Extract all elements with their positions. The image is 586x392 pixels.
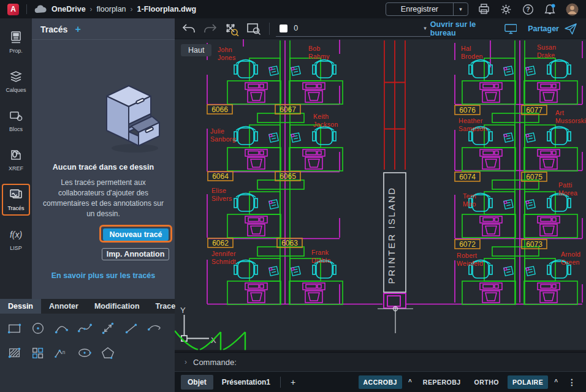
traces-icon xyxy=(9,189,23,203)
tab-modification[interactable]: Modification xyxy=(86,299,148,314)
toggle-reperobj[interactable]: REPEROBJ xyxy=(418,375,466,389)
measure-tool[interactable] xyxy=(101,321,115,336)
divider xyxy=(280,377,281,388)
open-on-desktop-link[interactable]: Ouvrir sur le bureau xyxy=(430,20,517,37)
add-trace-icon[interactable]: + xyxy=(75,24,80,35)
breadcrumb-separator: › xyxy=(90,5,93,13)
breadcrumb-folder[interactable]: floorplan xyxy=(97,5,126,13)
canvas-toolbar: 0 ▾ Ouvrir sur le bureau Partager xyxy=(175,18,586,39)
occupant-name-label: SusanDrake xyxy=(537,43,556,59)
svg-text:f(x): f(x) xyxy=(10,230,22,239)
layout-tab[interactable]: Présentation1 xyxy=(216,375,276,390)
onedrive-cloud-icon xyxy=(34,5,47,13)
zoom-window-icon[interactable] xyxy=(246,21,262,37)
polaire-caret-icon[interactable]: ^ xyxy=(554,379,558,385)
line-tool[interactable] xyxy=(124,321,139,336)
layer-color-swatch xyxy=(280,24,287,32)
polygon-tool[interactable] xyxy=(101,345,115,360)
ribbon-tab-bar: Dessin Annoter Modification Trace xyxy=(0,299,175,314)
drawing-tools-panel: n xyxy=(0,314,175,392)
user-avatar[interactable] xyxy=(565,2,579,16)
layer-dropdown[interactable]: 0 ▾ xyxy=(276,21,430,37)
hatch-tool[interactable] xyxy=(7,345,22,360)
save-dropdown-caret[interactable]: ▾ xyxy=(453,3,468,15)
breadcrumb-file: 1-Floorplan.dwg xyxy=(137,5,197,13)
chevron-down-icon: ▾ xyxy=(424,25,427,31)
spline-tool[interactable] xyxy=(77,321,92,336)
divider xyxy=(269,23,270,35)
undo-icon[interactable] xyxy=(181,21,196,37)
empty-state-description: Les tracés permettent aux collaborateurs… xyxy=(43,178,164,219)
occupant-name-label: KeithJackson xyxy=(313,113,338,128)
panel-title: Tracés xyxy=(40,24,67,34)
save-button[interactable]: Enregistrer xyxy=(386,3,453,15)
viewcube-haut-button[interactable]: Haut xyxy=(181,44,211,56)
toggle-polaire[interactable]: POLAIRE xyxy=(508,375,548,389)
autocad-logo[interactable]: A xyxy=(7,4,19,15)
tab-dessin[interactable]: Dessin xyxy=(0,299,41,314)
occupant-name-label: PattiMorea xyxy=(558,181,577,197)
sidebar-item-prop[interactable]: Prop. xyxy=(0,27,32,58)
overflow-menu-icon[interactable]: ⋮ xyxy=(564,377,580,387)
printer-icon[interactable] xyxy=(477,2,490,16)
room-number: 6073 xyxy=(526,240,542,249)
notifications-bell-icon[interactable] xyxy=(543,2,557,16)
lisp-icon: f(x) xyxy=(8,228,24,243)
autocad-web-app: A OneDrive › floorplan › 1-Floorplan.dwg… xyxy=(0,0,586,392)
polyline-tool[interactable]: n xyxy=(54,345,69,360)
occupant-name-label: JulieSanborg xyxy=(210,127,236,143)
new-trace-button[interactable]: Nouveau tracé xyxy=(103,228,169,241)
command-line[interactable]: › Commande: xyxy=(175,352,586,371)
room-number: 6077 xyxy=(526,106,542,115)
sidebar-item-blocs[interactable]: Blocs xyxy=(0,105,32,136)
block-insert-tool[interactable] xyxy=(31,345,45,360)
toggle-accrobj[interactable]: ACCROBJ xyxy=(359,375,402,389)
sidebar-item-calques[interactable]: Calques xyxy=(0,66,32,97)
traces-panel: Tracés + Aucun tr xyxy=(32,18,175,299)
rectangle-tool[interactable] xyxy=(7,321,22,336)
ellipse-tool[interactable] xyxy=(77,345,92,360)
divider xyxy=(32,39,175,40)
desktop-monitor-icon xyxy=(504,23,517,34)
learn-more-link[interactable]: En savoir plus sur les tracés xyxy=(32,271,175,280)
toggle-ortho[interactable]: ORTHO xyxy=(470,375,504,389)
settings-gear-icon[interactable] xyxy=(499,2,512,16)
divider xyxy=(26,4,27,14)
layer-current-value: 0 xyxy=(294,24,424,32)
command-prompt: Commande: xyxy=(193,358,237,367)
occupant-name-label: RobertWeinfeld xyxy=(457,252,483,267)
occupant-name-label: BobRahmy xyxy=(308,45,330,60)
room-number: 6063 xyxy=(281,239,298,247)
tab-annoter[interactable]: Annoter xyxy=(41,299,86,314)
share-link[interactable]: Partager xyxy=(528,23,577,35)
occupant-name-label: EliseSilvers xyxy=(211,187,232,202)
import-annotation-button[interactable]: Imp. Annotation xyxy=(102,248,169,260)
zoom-extents-icon[interactable] xyxy=(224,21,240,37)
add-layout-button[interactable]: + xyxy=(284,377,302,387)
circle-tool[interactable] xyxy=(31,321,45,336)
occupant-name-label: JohnJones xyxy=(218,46,236,61)
blocks-icon xyxy=(9,110,23,124)
sidebar-item-xref[interactable]: XREF xyxy=(0,145,32,175)
room-number: 6074 xyxy=(459,173,476,181)
top-bar: A OneDrive › floorplan › 1-Floorplan.dwg… xyxy=(0,0,586,18)
redo-icon[interactable] xyxy=(202,21,218,37)
room-number: 6065 xyxy=(280,172,296,181)
help-icon[interactable]: ? xyxy=(521,2,535,16)
breadcrumb-drive[interactable]: OneDrive xyxy=(51,5,86,13)
left-rail: Prop. Calques Blocs XREF Tracés f(x) LIS… xyxy=(0,18,32,299)
properties-icon xyxy=(9,31,23,46)
svg-text:?: ? xyxy=(526,6,530,13)
arc-tool[interactable] xyxy=(54,321,69,336)
sidebar-item-lisp[interactable]: f(x) LISP xyxy=(0,224,32,255)
svg-text:n: n xyxy=(63,349,66,355)
drawing-canvas[interactable]: Haut PRINTER ISLANDYX6066606760646065606… xyxy=(175,39,586,352)
occupant-name-label: HalBroden xyxy=(461,45,483,60)
room-number: 6076 xyxy=(459,106,476,115)
sidebar-item-traces[interactable]: Tracés xyxy=(2,184,30,216)
arc-continue-tool[interactable] xyxy=(147,321,162,336)
model-space-tab[interactable]: Objet xyxy=(181,375,213,390)
accrobj-caret-icon[interactable]: ^ xyxy=(408,379,412,385)
tab-trace[interactable]: Trace xyxy=(148,299,184,314)
occupant-name-label: ArnoldGreen xyxy=(561,251,580,266)
